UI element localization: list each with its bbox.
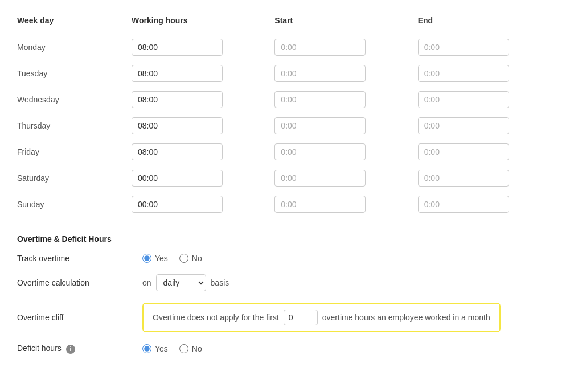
table-row: Wednesday [17, 86, 561, 113]
track-overtime-options: Yes No [142, 254, 202, 263]
overtime-cliff-box: Overtime does not apply for the first ov… [142, 303, 501, 332]
end-input-friday[interactable] [418, 143, 509, 160]
day-label-friday: Friday [17, 139, 132, 165]
overtime-cliff-row: Overtime cliff Overtime does not apply f… [17, 303, 561, 332]
calc-basis-select[interactable]: dailyweeklymonthly [156, 274, 206, 291]
calc-prefix: on [142, 278, 151, 287]
start-input-sunday[interactable] [274, 196, 366, 213]
start-input-monday[interactable] [274, 39, 366, 56]
header-start: Start [274, 11, 417, 34]
header-weekday: Week day [17, 11, 132, 34]
start-input-friday[interactable] [274, 143, 366, 160]
track-overtime-no[interactable]: No [179, 254, 202, 263]
header-working-hours: Working hours [132, 11, 274, 34]
table-row: Friday [17, 139, 561, 165]
cliff-suffix: overtime hours an employee worked in a m… [322, 313, 490, 322]
header-end: End [418, 11, 561, 34]
deficit-hours-row: Deficit hours i Yes No [17, 344, 561, 354]
deficit-yes-label: Yes [155, 344, 168, 353]
deficit-hours-options: Yes No [142, 344, 202, 353]
end-input-wednesday[interactable] [418, 91, 509, 108]
day-label-wednesday: Wednesday [17, 86, 132, 113]
overtime-calculation-controls: on dailyweeklymonthly basis [142, 274, 229, 291]
table-row: Saturday [17, 165, 561, 191]
overtime-section-title: Overtime & Deficit Hours [17, 234, 561, 244]
cliff-prefix: Overtime does not apply for the first [153, 313, 279, 322]
overtime-calculation-label: Overtime calculation [17, 278, 142, 287]
deficit-no-label: No [192, 344, 202, 353]
end-input-monday[interactable] [418, 39, 509, 56]
end-input-thursday[interactable] [418, 117, 509, 134]
deficit-yes[interactable]: Yes [142, 344, 168, 353]
table-row: Monday [17, 34, 561, 60]
overtime-section: Overtime & Deficit Hours Track overtime … [17, 234, 561, 354]
track-overtime-label: Track overtime [17, 254, 142, 263]
day-label-saturday: Saturday [17, 165, 132, 191]
track-overtime-yes-radio[interactable] [142, 254, 151, 263]
day-label-tuesday: Tuesday [17, 60, 132, 86]
start-input-thursday[interactable] [274, 117, 366, 134]
overtime-calculation-row: Overtime calculation on dailyweeklymonth… [17, 274, 561, 291]
deficit-yes-radio[interactable] [142, 344, 151, 353]
track-overtime-yes[interactable]: Yes [142, 254, 168, 263]
working-hours-input-friday[interactable] [132, 143, 223, 160]
start-input-tuesday[interactable] [274, 65, 366, 82]
track-overtime-no-radio[interactable] [179, 254, 188, 263]
working-hours-input-monday[interactable] [132, 39, 223, 56]
end-input-tuesday[interactable] [418, 65, 509, 82]
working-hours-input-sunday[interactable] [132, 196, 223, 213]
working-hours-input-wednesday[interactable] [132, 91, 223, 108]
end-input-sunday[interactable] [418, 196, 509, 213]
table-row: Thursday [17, 113, 561, 139]
working-hours-input-tuesday[interactable] [132, 65, 223, 82]
deficit-no-radio[interactable] [179, 344, 188, 353]
calc-suffix: basis [211, 278, 229, 287]
day-label-thursday: Thursday [17, 113, 132, 139]
track-overtime-row: Track overtime Yes No [17, 254, 561, 263]
start-input-wednesday[interactable] [274, 91, 366, 108]
cliff-value-input[interactable] [284, 310, 318, 325]
deficit-no[interactable]: No [179, 344, 202, 353]
deficit-hours-label: Deficit hours i [17, 344, 142, 354]
table-row: Tuesday [17, 60, 561, 86]
end-input-saturday[interactable] [418, 170, 509, 187]
working-hours-input-thursday[interactable] [132, 117, 223, 134]
track-overtime-yes-label: Yes [155, 254, 168, 263]
start-input-saturday[interactable] [274, 170, 366, 187]
overtime-cliff-label: Overtime cliff [17, 313, 142, 322]
day-label-sunday: Sunday [17, 191, 132, 217]
working-hours-input-saturday[interactable] [132, 170, 223, 187]
schedule-table: Week day Working hours Start End MondayT… [17, 11, 561, 217]
deficit-hours-info-icon[interactable]: i [66, 345, 75, 354]
table-row: Sunday [17, 191, 561, 217]
day-label-monday: Monday [17, 34, 132, 60]
track-overtime-no-label: No [192, 254, 202, 263]
